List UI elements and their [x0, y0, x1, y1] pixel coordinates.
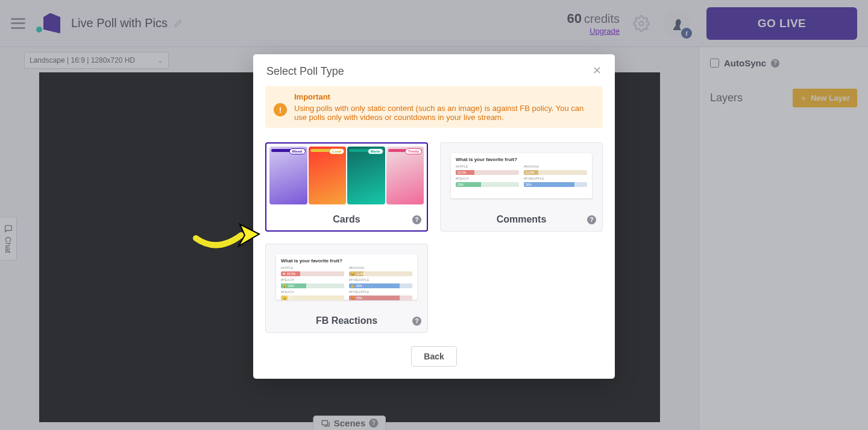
alert-heading: Important: [294, 92, 594, 101]
back-button[interactable]: Back: [411, 346, 456, 367]
poll-option-name: FB Reactions: [316, 315, 377, 326]
warning-icon: !: [274, 103, 287, 116]
card-tag: Lorel: [329, 148, 344, 154]
help-icon[interactable]: ?: [412, 215, 421, 224]
preview-question: What is your favorite fruit?: [281, 258, 412, 264]
help-icon[interactable]: ?: [587, 215, 596, 224]
close-icon[interactable]: ✕: [593, 65, 602, 76]
card-tag: Trinity: [405, 148, 422, 154]
policy-alert: ! Important Using polls with only static…: [265, 86, 603, 128]
alert-body: Using polls with only static content (su…: [294, 104, 594, 122]
card-tag: Marie: [368, 148, 383, 154]
poll-option-name: Comments: [497, 214, 547, 225]
preview-question: What is your favorite fruit?: [456, 157, 587, 162]
help-icon[interactable]: ?: [412, 317, 421, 326]
poll-option-cards[interactable]: Mavel Lorel Marie Trinity Cards ?: [265, 142, 428, 232]
modal-title: Select Poll Type: [266, 65, 344, 78]
poll-option-fb-reactions[interactable]: What is your favorite fruit? #APPLE ❤15.…: [265, 244, 428, 333]
poll-option-name: Cards: [333, 214, 360, 225]
poll-option-comments[interactable]: What is your favorite fruit? #APPLE 15.5…: [440, 142, 603, 232]
poll-type-modal: Select Poll Type ✕ ! Important Using pol…: [253, 54, 615, 379]
card-tag: Mavel: [289, 148, 306, 154]
modal-overlay[interactable]: Select Poll Type ✕ ! Important Using pol…: [0, 0, 868, 430]
